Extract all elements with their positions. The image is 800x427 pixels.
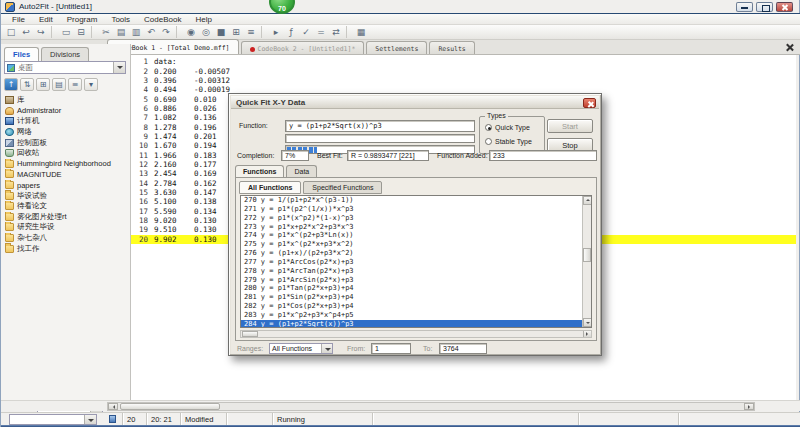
tree-item[interactable]: 杂七杂八 — [1, 233, 131, 244]
function-list-item[interactable]: 282 y = p1*Cos(p2*x+p3)+p4 — [241, 302, 591, 311]
stable-type-radio[interactable]: Stable Type — [485, 138, 532, 145]
toolbar-icon[interactable] — [261, 26, 266, 38]
function-list-item[interactable]: 279 y = p1*ArcSin(p2*x)+p3 — [241, 276, 591, 285]
ranges-dropdown[interactable]: All Functions — [269, 343, 333, 354]
find-next-icon[interactable]: ◎ — [199, 26, 213, 38]
maximize-button[interactable] — [756, 2, 773, 12]
menu-item[interactable]: CodeBook — [137, 15, 188, 24]
folder-options-icon[interactable]: ▾ — [84, 78, 98, 91]
run-icon[interactable]: ▸ — [269, 26, 283, 38]
list-horizontal-scrollbar[interactable] — [240, 330, 592, 338]
dialog-tab[interactable]: Functions — [235, 165, 284, 177]
sort-icon[interactable]: ⇅ — [20, 78, 34, 91]
tree-item[interactable]: 雾化图片处理rt — [1, 212, 131, 223]
function-list-item[interactable]: 276 y = (p1+x)/(p2+p3*x^2) — [241, 249, 591, 258]
chevron-down-icon[interactable] — [113, 62, 125, 73]
toolbar-icon[interactable] — [51, 26, 56, 38]
chevron-down-icon[interactable] — [321, 344, 332, 353]
equals-icon[interactable]: = — [314, 26, 328, 38]
function-list-item[interactable]: 283 y = p1*x^p2+p3*x^p4+p5 — [241, 311, 591, 320]
editor-row[interactable]: 2 0.200 -0.00507 — [131, 66, 796, 75]
list-view-icon[interactable]: ▤ — [52, 78, 66, 91]
menu-item[interactable]: Help — [188, 15, 218, 24]
function-list-item[interactable]: 275 y = p1*x^(p2*x+p3*x^2) — [241, 240, 591, 249]
dialog-close-icon[interactable] — [583, 98, 596, 108]
print-icon[interactable]: ▦ — [354, 26, 368, 38]
tree-item[interactable]: 毕设试验 — [1, 190, 131, 201]
scroll-left-icon[interactable] — [108, 403, 118, 410]
scrollbar-thumb[interactable] — [120, 403, 220, 410]
menu-item[interactable]: Edit — [32, 15, 60, 24]
grid-view-icon[interactable]: ⊞ — [229, 26, 243, 38]
vertical-scrollbar[interactable] — [582, 196, 591, 327]
tree-item[interactable]: 研究生毕设 — [1, 222, 131, 233]
fill-color-icon[interactable]: ■ — [214, 26, 228, 38]
tree-item[interactable]: 待看论文 — [1, 201, 131, 212]
back-icon[interactable]: ↩ — [19, 26, 33, 38]
functions-subtab[interactable]: Specified Functions — [303, 181, 382, 194]
redo-icon[interactable]: ↷ — [159, 26, 173, 38]
location-dropdown[interactable]: 桌面 — [4, 61, 126, 74]
status-dropdown[interactable] — [9, 414, 97, 425]
function-list-item[interactable]: 270 y = 1/(p1+p2*x^(p3-1)) — [241, 196, 591, 205]
function-list-item[interactable]: 280 y = p1*Tan(p2*x+p3)+p4 — [241, 284, 591, 293]
close-tab-icon[interactable] — [785, 43, 794, 52]
to-input[interactable]: 3764 — [439, 343, 487, 354]
minimize-button[interactable] — [736, 2, 753, 12]
document-tab[interactable]: CodeBook 2 - [Untitled1]* — [241, 41, 365, 54]
toolbar-icon[interactable] — [176, 26, 181, 38]
function-list-item[interactable]: 274 y = p1*x^(p2+p3*Ln(x)) — [241, 231, 591, 240]
function-list-item[interactable]: 277 y = p1*ArcCos(p2*x)+p3 — [241, 258, 591, 267]
scroll-down-icon[interactable] — [583, 318, 592, 327]
tree-item[interactable]: Administrator — [1, 106, 131, 117]
horizontal-scrollbar[interactable] — [107, 402, 755, 411]
find-icon[interactable]: ◉ — [184, 26, 198, 38]
quick-type-radio[interactable]: Quick Type — [485, 124, 530, 131]
forward-icon[interactable]: ↪ — [34, 26, 48, 38]
tree-item[interactable]: 库 — [1, 95, 131, 106]
up-level-icon[interactable]: ↑ — [4, 78, 18, 91]
menu-item[interactable]: Program — [60, 15, 105, 24]
tree-item[interactable]: Hummingbird Neighborhood — [1, 159, 131, 170]
tree-item[interactable]: 计算机 — [1, 116, 131, 127]
scrollbar-thumb[interactable] — [242, 331, 258, 337]
sidebar-tab[interactable]: Files — [4, 47, 39, 61]
dialog-title-bar[interactable]: Quick Fit X-Y Data — [231, 96, 599, 109]
new-file-icon[interactable]: □ — [4, 26, 18, 38]
cut-icon[interactable]: ✂ — [99, 26, 113, 38]
save-icon[interactable]: ⊟ — [74, 26, 88, 38]
toolbar-icon[interactable] — [346, 26, 351, 38]
menu-item[interactable]: File — [5, 15, 32, 24]
transfer-icon[interactable]: ⇄ — [329, 26, 343, 38]
start-button[interactable]: Start — [547, 119, 593, 133]
document-tab[interactable]: Results — [429, 41, 474, 54]
editor-row[interactable]: 3 0.396 -0.00312 — [131, 76, 796, 85]
function-list-item[interactable]: 278 y = p1*ArcTan(p2*x)+p3 — [241, 267, 591, 276]
function-list[interactable]: 270 y = 1/(p1+p2*x^(p3-1))271 y = p1*(p2… — [240, 195, 592, 328]
undo-icon[interactable]: ↶ — [144, 26, 158, 38]
function-input[interactable]: y = (p1+p2*Sqrt(x))^p3 — [285, 120, 475, 132]
sidebar-tab[interactable]: Divisions — [41, 47, 89, 61]
tree-item[interactable]: papers — [1, 180, 131, 191]
menu-item[interactable]: Tools — [104, 15, 137, 24]
tree-item[interactable]: 回收站 — [1, 148, 131, 159]
tree-view-icon[interactable]: ⊞ — [36, 78, 50, 91]
function-secondary-field[interactable] — [285, 134, 475, 143]
functions-subtab[interactable]: All Functions — [239, 181, 301, 194]
open-file-icon[interactable]: ▭ — [59, 26, 73, 38]
function-list-item[interactable]: 271 y = p1*(p2^(1/x))*x^p3 — [241, 205, 591, 214]
function-list-item[interactable]: 284 y = (p1+p2*Sqrt(x))^p3 — [241, 320, 591, 328]
editor-row[interactable]: 1 data: — [131, 57, 796, 66]
scroll-right-icon[interactable] — [744, 403, 754, 410]
check-icon[interactable]: ✓ — [299, 26, 313, 38]
scroll-right-icon[interactable] — [583, 331, 591, 337]
document-tab[interactable]: Settlements — [366, 41, 427, 54]
tree-item[interactable]: 控制面板 — [1, 137, 131, 148]
paste-icon[interactable]: ▥ — [129, 26, 143, 38]
from-input[interactable]: 1 — [371, 343, 411, 354]
tree-item[interactable]: 网络 — [1, 127, 131, 138]
copy-icon[interactable]: ▤ — [114, 26, 128, 38]
scroll-up-icon[interactable] — [583, 196, 592, 205]
function-icon[interactable]: ƒ — [284, 26, 298, 38]
toolbar-icon[interactable] — [91, 26, 96, 38]
